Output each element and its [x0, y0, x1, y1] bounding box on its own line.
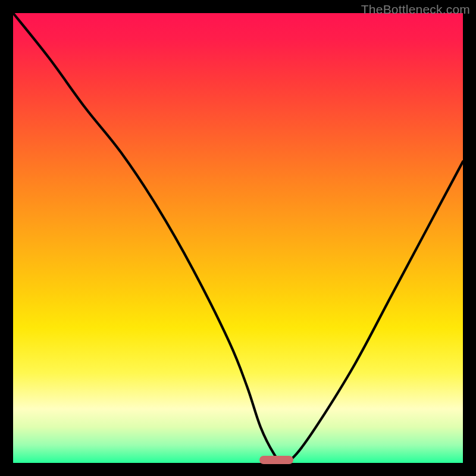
plot-area: [13, 13, 463, 463]
bottleneck-curve: [13, 13, 463, 463]
watermark-text: TheBottleneck.com: [361, 2, 470, 17]
chart-frame: TheBottleneck.com: [0, 0, 476, 476]
optimal-marker: [259, 456, 293, 464]
